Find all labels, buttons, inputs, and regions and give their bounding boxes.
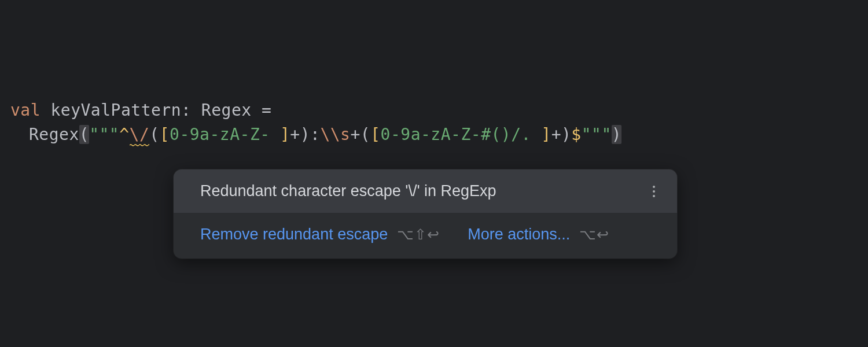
tooltip-header: Redundant character escape '\/' in RegEx… (174, 169, 677, 213)
shortcut-label: ⌥⇧↩ (397, 226, 440, 243)
escape-s: \\s (320, 125, 350, 144)
group2-open: ( (361, 125, 370, 144)
class1-close: ] (280, 125, 290, 144)
class2-open: [ (370, 125, 380, 144)
plus3: + (551, 125, 561, 144)
shortcut-label: ⌥↩ (579, 226, 609, 243)
tooltip-actions: Remove redundant escape ⌥⇧↩ More actions… (174, 213, 677, 259)
open-paren: ( (79, 125, 89, 144)
class1-open: [ (160, 125, 170, 144)
class2-content: 0-9a-zA-Z-#()/. (381, 125, 542, 144)
remove-escape-action[interactable]: Remove redundant escape ⌥⇧↩ (200, 226, 440, 243)
code-line-1: val keyValPattern: Regex = (10, 98, 868, 123)
type-regex: Regex (201, 101, 252, 120)
class1-content: 0-9a-zA-Z- (170, 125, 280, 144)
action-label: More actions... (468, 226, 570, 243)
group1-close: ) (300, 125, 310, 144)
plus2: + (350, 125, 360, 144)
literal-colon: : (310, 125, 320, 144)
class2-close: ] (541, 125, 551, 144)
triple-quote-open: """ (89, 125, 119, 144)
func-regex: Regex (29, 125, 79, 144)
tooltip-title: Redundant character escape '\/' in RegEx… (200, 182, 496, 200)
identifier: keyValPattern (50, 101, 181, 120)
plus1: + (290, 125, 300, 144)
group2-close: ) (561, 125, 571, 144)
regex-caret: ^ (119, 125, 129, 144)
triple-quote-close: """ (582, 125, 612, 144)
more-actions-action[interactable]: More actions... ⌥↩ (468, 226, 609, 243)
close-paren: ) (612, 125, 621, 144)
code-editor[interactable]: val keyValPattern: Regex = Regex("""^\/(… (0, 0, 868, 147)
more-options-icon[interactable] (648, 183, 660, 200)
action-label: Remove redundant escape (200, 226, 388, 243)
inspection-tooltip: Redundant character escape '\/' in RegEx… (174, 169, 677, 259)
colon: : (181, 101, 191, 120)
regex-escape-slash-warning[interactable]: \/ (130, 125, 150, 144)
group1-open: ( (149, 125, 159, 144)
code-line-2: Regex("""^\/([0-9a-zA-Z- ]+):\\s+([0-9a-… (10, 123, 868, 147)
equals: = (262, 101, 271, 120)
regex-dollar: $ (571, 125, 581, 144)
keyword-val: val (10, 101, 41, 120)
